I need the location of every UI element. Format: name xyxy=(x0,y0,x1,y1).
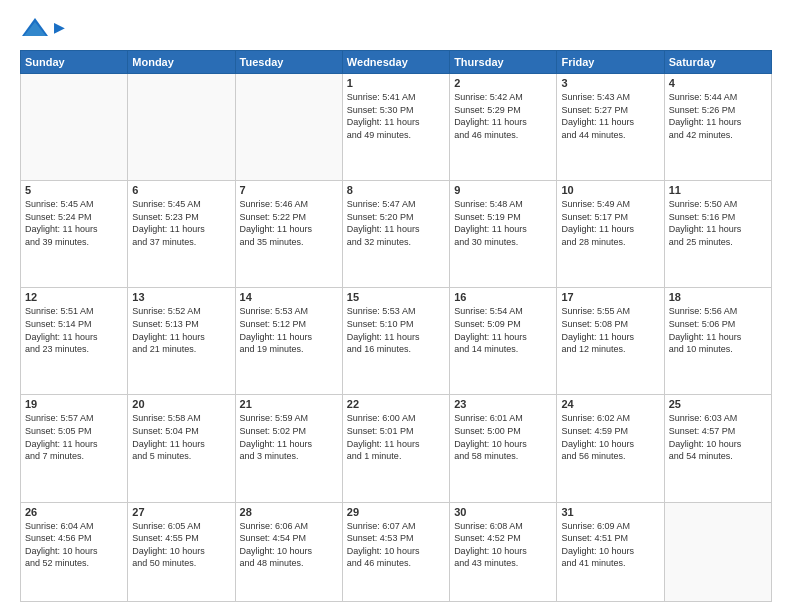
cell-info: Sunrise: 5:58 AM Sunset: 5:04 PM Dayligh… xyxy=(132,412,230,462)
week-row-3: 19Sunrise: 5:57 AM Sunset: 5:05 PM Dayli… xyxy=(21,395,772,502)
calendar-cell: 6Sunrise: 5:45 AM Sunset: 5:23 PM Daylig… xyxy=(128,181,235,288)
day-number: 22 xyxy=(347,398,445,410)
cell-info: Sunrise: 5:42 AM Sunset: 5:29 PM Dayligh… xyxy=(454,91,552,141)
calendar-cell xyxy=(235,74,342,181)
cell-info: Sunrise: 5:52 AM Sunset: 5:13 PM Dayligh… xyxy=(132,305,230,355)
calendar-cell xyxy=(21,74,128,181)
calendar-cell: 18Sunrise: 5:56 AM Sunset: 5:06 PM Dayli… xyxy=(664,288,771,395)
day-number: 2 xyxy=(454,77,552,89)
logo: ▶ xyxy=(20,16,64,40)
calendar-cell: 7Sunrise: 5:46 AM Sunset: 5:22 PM Daylig… xyxy=(235,181,342,288)
day-number: 20 xyxy=(132,398,230,410)
calendar-cell: 23Sunrise: 6:01 AM Sunset: 5:00 PM Dayli… xyxy=(450,395,557,502)
cell-info: Sunrise: 5:55 AM Sunset: 5:08 PM Dayligh… xyxy=(561,305,659,355)
day-number: 30 xyxy=(454,506,552,518)
day-number: 5 xyxy=(25,184,123,196)
day-number: 14 xyxy=(240,291,338,303)
calendar-cell: 14Sunrise: 5:53 AM Sunset: 5:12 PM Dayli… xyxy=(235,288,342,395)
calendar-cell: 27Sunrise: 6:05 AM Sunset: 4:55 PM Dayli… xyxy=(128,502,235,601)
cell-info: Sunrise: 6:09 AM Sunset: 4:51 PM Dayligh… xyxy=(561,520,659,570)
cell-info: Sunrise: 6:03 AM Sunset: 4:57 PM Dayligh… xyxy=(669,412,767,462)
day-number: 28 xyxy=(240,506,338,518)
weekday-header-monday: Monday xyxy=(128,51,235,74)
day-number: 13 xyxy=(132,291,230,303)
cell-info: Sunrise: 6:06 AM Sunset: 4:54 PM Dayligh… xyxy=(240,520,338,570)
calendar-cell: 5Sunrise: 5:45 AM Sunset: 5:24 PM Daylig… xyxy=(21,181,128,288)
day-number: 25 xyxy=(669,398,767,410)
cell-info: Sunrise: 6:01 AM Sunset: 5:00 PM Dayligh… xyxy=(454,412,552,462)
week-row-0: 1Sunrise: 5:41 AM Sunset: 5:30 PM Daylig… xyxy=(21,74,772,181)
calendar-cell: 29Sunrise: 6:07 AM Sunset: 4:53 PM Dayli… xyxy=(342,502,449,601)
calendar-cell: 28Sunrise: 6:06 AM Sunset: 4:54 PM Dayli… xyxy=(235,502,342,601)
day-number: 9 xyxy=(454,184,552,196)
calendar-cell: 20Sunrise: 5:58 AM Sunset: 5:04 PM Dayli… xyxy=(128,395,235,502)
week-row-1: 5Sunrise: 5:45 AM Sunset: 5:24 PM Daylig… xyxy=(21,181,772,288)
day-number: 31 xyxy=(561,506,659,518)
day-number: 4 xyxy=(669,77,767,89)
cell-info: Sunrise: 5:44 AM Sunset: 5:26 PM Dayligh… xyxy=(669,91,767,141)
calendar-table: SundayMondayTuesdayWednesdayThursdayFrid… xyxy=(20,50,772,602)
calendar-cell: 31Sunrise: 6:09 AM Sunset: 4:51 PM Dayli… xyxy=(557,502,664,601)
weekday-header-tuesday: Tuesday xyxy=(235,51,342,74)
weekday-header-saturday: Saturday xyxy=(664,51,771,74)
day-number: 18 xyxy=(669,291,767,303)
day-number: 16 xyxy=(454,291,552,303)
page: ▶ SundayMondayTuesdayWednesdayThursdayFr… xyxy=(0,0,792,612)
day-number: 29 xyxy=(347,506,445,518)
day-number: 1 xyxy=(347,77,445,89)
day-number: 27 xyxy=(132,506,230,518)
cell-info: Sunrise: 5:51 AM Sunset: 5:14 PM Dayligh… xyxy=(25,305,123,355)
logo-text: ▶ xyxy=(54,20,64,36)
day-number: 8 xyxy=(347,184,445,196)
week-row-4: 26Sunrise: 6:04 AM Sunset: 4:56 PM Dayli… xyxy=(21,502,772,601)
calendar-cell: 17Sunrise: 5:55 AM Sunset: 5:08 PM Dayli… xyxy=(557,288,664,395)
cell-info: Sunrise: 5:57 AM Sunset: 5:05 PM Dayligh… xyxy=(25,412,123,462)
cell-info: Sunrise: 5:56 AM Sunset: 5:06 PM Dayligh… xyxy=(669,305,767,355)
day-number: 19 xyxy=(25,398,123,410)
cell-info: Sunrise: 5:47 AM Sunset: 5:20 PM Dayligh… xyxy=(347,198,445,248)
cell-info: Sunrise: 5:45 AM Sunset: 5:23 PM Dayligh… xyxy=(132,198,230,248)
day-number: 15 xyxy=(347,291,445,303)
calendar-cell: 10Sunrise: 5:49 AM Sunset: 5:17 PM Dayli… xyxy=(557,181,664,288)
calendar-cell: 16Sunrise: 5:54 AM Sunset: 5:09 PM Dayli… xyxy=(450,288,557,395)
calendar-cell xyxy=(128,74,235,181)
calendar-cell: 24Sunrise: 6:02 AM Sunset: 4:59 PM Dayli… xyxy=(557,395,664,502)
weekday-header-wednesday: Wednesday xyxy=(342,51,449,74)
cell-info: Sunrise: 5:46 AM Sunset: 5:22 PM Dayligh… xyxy=(240,198,338,248)
cell-info: Sunrise: 5:43 AM Sunset: 5:27 PM Dayligh… xyxy=(561,91,659,141)
cell-info: Sunrise: 6:05 AM Sunset: 4:55 PM Dayligh… xyxy=(132,520,230,570)
calendar-cell: 25Sunrise: 6:03 AM Sunset: 4:57 PM Dayli… xyxy=(664,395,771,502)
week-row-2: 12Sunrise: 5:51 AM Sunset: 5:14 PM Dayli… xyxy=(21,288,772,395)
calendar-cell: 12Sunrise: 5:51 AM Sunset: 5:14 PM Dayli… xyxy=(21,288,128,395)
calendar-cell xyxy=(664,502,771,601)
cell-info: Sunrise: 6:00 AM Sunset: 5:01 PM Dayligh… xyxy=(347,412,445,462)
calendar-cell: 4Sunrise: 5:44 AM Sunset: 5:26 PM Daylig… xyxy=(664,74,771,181)
calendar-cell: 19Sunrise: 5:57 AM Sunset: 5:05 PM Dayli… xyxy=(21,395,128,502)
day-number: 10 xyxy=(561,184,659,196)
header: ▶ xyxy=(20,16,772,40)
weekday-header-thursday: Thursday xyxy=(450,51,557,74)
day-number: 21 xyxy=(240,398,338,410)
cell-info: Sunrise: 6:04 AM Sunset: 4:56 PM Dayligh… xyxy=(25,520,123,570)
weekday-header-sunday: Sunday xyxy=(21,51,128,74)
calendar-cell: 9Sunrise: 5:48 AM Sunset: 5:19 PM Daylig… xyxy=(450,181,557,288)
cell-info: Sunrise: 5:53 AM Sunset: 5:12 PM Dayligh… xyxy=(240,305,338,355)
day-number: 26 xyxy=(25,506,123,518)
weekday-header-friday: Friday xyxy=(557,51,664,74)
cell-info: Sunrise: 5:45 AM Sunset: 5:24 PM Dayligh… xyxy=(25,198,123,248)
calendar-cell: 3Sunrise: 5:43 AM Sunset: 5:27 PM Daylig… xyxy=(557,74,664,181)
calendar-cell: 30Sunrise: 6:08 AM Sunset: 4:52 PM Dayli… xyxy=(450,502,557,601)
calendar-cell: 2Sunrise: 5:42 AM Sunset: 5:29 PM Daylig… xyxy=(450,74,557,181)
cell-info: Sunrise: 5:59 AM Sunset: 5:02 PM Dayligh… xyxy=(240,412,338,462)
day-number: 12 xyxy=(25,291,123,303)
day-number: 6 xyxy=(132,184,230,196)
calendar-cell: 1Sunrise: 5:41 AM Sunset: 5:30 PM Daylig… xyxy=(342,74,449,181)
day-number: 11 xyxy=(669,184,767,196)
day-number: 24 xyxy=(561,398,659,410)
cell-info: Sunrise: 6:07 AM Sunset: 4:53 PM Dayligh… xyxy=(347,520,445,570)
calendar-cell: 13Sunrise: 5:52 AM Sunset: 5:13 PM Dayli… xyxy=(128,288,235,395)
day-number: 3 xyxy=(561,77,659,89)
cell-info: Sunrise: 6:08 AM Sunset: 4:52 PM Dayligh… xyxy=(454,520,552,570)
calendar-cell: 22Sunrise: 6:00 AM Sunset: 5:01 PM Dayli… xyxy=(342,395,449,502)
cell-info: Sunrise: 5:49 AM Sunset: 5:17 PM Dayligh… xyxy=(561,198,659,248)
